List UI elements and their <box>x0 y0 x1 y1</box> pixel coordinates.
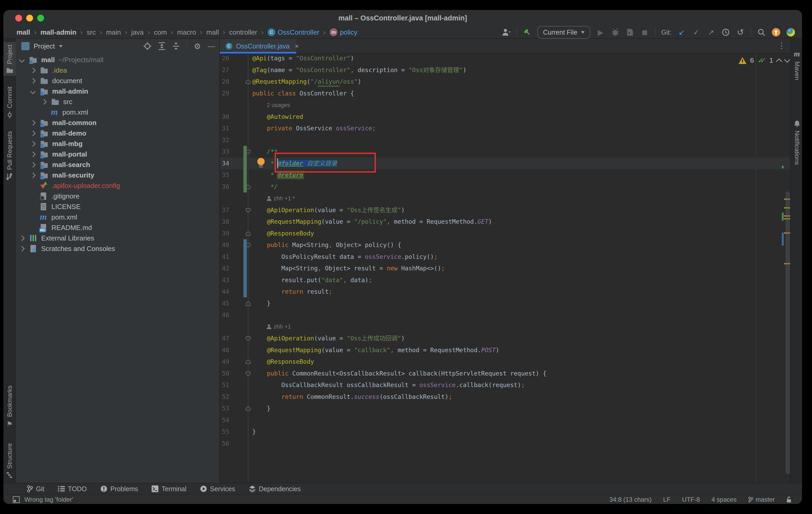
code-line[interactable]: 42 Map<String, Object> result = new Hash… <box>220 262 790 274</box>
line-number[interactable]: 55 <box>220 426 229 438</box>
code-line[interactable]: 31 private OssService ossService; <box>220 122 790 134</box>
tree-item[interactable]: External Libraries <box>16 233 219 244</box>
code-line[interactable]: 36 */ <box>220 181 790 193</box>
code-line[interactable]: 41 OssPolicyResult data = ossService.pol… <box>220 251 790 263</box>
line-number[interactable]: 28 <box>220 76 229 88</box>
fold-end-icon[interactable] <box>245 230 251 237</box>
line-number[interactable]: 33 <box>220 146 229 158</box>
layout-icon[interactable] <box>13 496 20 503</box>
code-line[interactable]: 46 <box>220 309 790 321</box>
stripe-change-mark[interactable] <box>782 233 784 246</box>
fold-start-icon[interactable] <box>245 371 251 377</box>
fold-end-icon[interactable] <box>245 359 251 365</box>
chevron-right-icon[interactable] <box>30 120 36 125</box>
sidebar-item-pull-requests[interactable]: Pull Requests <box>3 131 16 180</box>
run-configuration-select[interactable]: Current File <box>538 26 591 39</box>
file-encoding[interactable]: UTF-8 <box>682 496 700 503</box>
code-line[interactable]: 45 } <box>220 298 790 310</box>
indent-setting[interactable]: 4 spaces <box>712 496 737 503</box>
chevron-right-icon[interactable] <box>30 67 36 73</box>
code-line[interactable]: 30 @Autowired <box>220 111 790 123</box>
chevron-down-icon[interactable] <box>59 45 63 48</box>
fold-end-icon[interactable] <box>245 79 251 85</box>
chevron-right-icon[interactable] <box>41 99 47 104</box>
project-panel-title[interactable]: Project <box>34 42 55 50</box>
tree-item[interactable]: mall-common <box>16 117 219 128</box>
breadcrumb-item[interactable]: macro <box>177 28 196 36</box>
line-number[interactable]: 37 <box>220 204 229 216</box>
tree-item[interactable]: .apifox-uploader.config <box>16 180 219 191</box>
tree-item[interactable]: pom.xml <box>16 107 219 117</box>
tree-item[interactable]: mall-security <box>16 170 219 180</box>
tree-item[interactable]: mall-mbg <box>16 139 219 149</box>
line-number[interactable]: 46 <box>220 309 229 321</box>
line-number[interactable]: 45 <box>220 298 229 310</box>
code-line[interactable]: 48 @RequestMapping(value = "callback", m… <box>220 344 790 356</box>
breadcrumb-item[interactable]: mpolicy <box>330 28 357 36</box>
git-branch-widget[interactable]: master <box>748 496 775 503</box>
line-number[interactable]: 32 <box>220 134 229 146</box>
chevron-right-icon[interactable] <box>30 151 36 157</box>
line-number[interactable]: 26 <box>220 53 229 64</box>
line-number[interactable]: 34 <box>220 158 229 169</box>
tree-item[interactable]: Scratches and Consoles <box>16 244 219 254</box>
tree-item[interactable]: README.md <box>16 222 219 233</box>
chevron-right-icon[interactable] <box>30 172 36 178</box>
gear-icon[interactable]: ⚙ <box>194 42 201 51</box>
tree-item[interactable]: document <box>16 76 219 86</box>
sidebar-item-commit[interactable]: Commit <box>3 87 16 118</box>
code-line[interactable]: 43 result.put("data", data); <box>220 274 790 286</box>
chevron-right-icon[interactable] <box>30 141 36 146</box>
git-commit-check-icon[interactable]: ✓ <box>692 28 701 37</box>
rollback-icon[interactable]: ↺ <box>736 28 745 37</box>
expand-all-icon[interactable] <box>158 42 166 50</box>
line-number[interactable]: 54 <box>220 415 229 426</box>
toolwindow-git[interactable]: Git <box>27 485 44 493</box>
toolwindow-services[interactable]: Services <box>200 485 235 493</box>
line-number[interactable]: 42 <box>220 262 229 274</box>
history-clock-icon[interactable] <box>721 28 730 37</box>
hide-panel-icon[interactable]: — <box>208 42 215 50</box>
chevron-down-icon[interactable] <box>19 57 25 62</box>
inlay-hint-text[interactable]: zhh +1 <box>267 321 291 333</box>
tree-item[interactable]: mall-search <box>16 160 219 170</box>
code-line[interactable]: 27@Tag(name = "OssController", descripti… <box>220 64 790 76</box>
collapse-all-icon[interactable] <box>172 42 180 50</box>
tab-osscontroller[interactable]: C OssController.java × <box>220 39 296 54</box>
code-line[interactable]: 52 return CommonResult.success(ossCallba… <box>220 391 790 403</box>
line-number[interactable]: 43 <box>220 274 229 286</box>
next-problem-chevron-icon[interactable] <box>784 56 790 63</box>
chevron-right-icon[interactable] <box>19 246 25 251</box>
tree-item[interactable]: mall-demo <box>16 128 219 139</box>
sidebar-item-maven[interactable]: m Maven <box>791 49 802 80</box>
line-ending[interactable]: LF <box>663 496 671 503</box>
line-number[interactable]: 53 <box>220 403 229 415</box>
code-line[interactable]: 38 @RequestMapping(value = "/policy", me… <box>220 216 790 228</box>
line-number[interactable]: 29 <box>220 88 229 99</box>
fold-end-icon[interactable] <box>245 301 251 307</box>
fold-start-icon[interactable] <box>245 335 251 342</box>
inspection-widget[interactable]: 6 ✓✓ 1 <box>738 56 789 65</box>
line-number[interactable]: 56 <box>220 438 229 450</box>
chevron-right-icon[interactable] <box>19 235 25 241</box>
line-number[interactable]: 38 <box>220 216 229 228</box>
close-tab-icon[interactable]: × <box>295 42 299 50</box>
unlock-icon[interactable] <box>786 496 791 503</box>
breadcrumb-item[interactable]: com <box>154 28 167 36</box>
code-line[interactable]: 32 <box>220 134 790 146</box>
breadcrumb-item[interactable]: mall-admin <box>40 28 76 36</box>
debug-button[interactable] <box>611 28 620 37</box>
code-line[interactable]: 29public class OssController { <box>220 88 790 99</box>
code-line[interactable]: 49 @ResponseBody <box>220 356 790 368</box>
line-number[interactable]: 50 <box>220 368 229 379</box>
code-line[interactable]: 28@RequestMapping("/aliyun/oss") <box>220 76 790 88</box>
sidebar-item-notifications[interactable]: Notifications <box>791 120 802 165</box>
ai-assistant-sphere-icon[interactable] <box>786 28 795 37</box>
intention-bulb-icon[interactable] <box>257 158 265 168</box>
breadcrumb-item[interactable]: mall <box>206 28 219 36</box>
status-message[interactable]: Wrong tag 'folder' <box>24 496 73 503</box>
coverage-button[interactable] <box>626 28 634 37</box>
code-line[interactable]: 26@Api(tags = "OssController") <box>220 53 790 64</box>
scrollbar-thumb[interactable] <box>785 192 790 474</box>
editor-options-kebab-icon[interactable]: ⋮ <box>778 41 785 50</box>
